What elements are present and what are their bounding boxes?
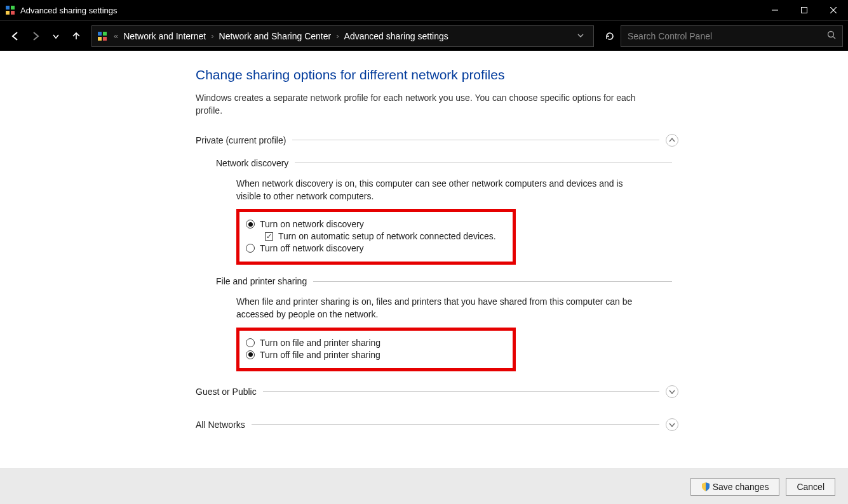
radio-label: Turn on file and printer sharing [260, 338, 380, 348]
section-guest-title: Guest or Public [196, 387, 257, 397]
minimize-button[interactable] [760, 0, 790, 20]
close-button[interactable] [819, 0, 848, 20]
back-button[interactable] [5, 26, 25, 46]
checkbox-icon: ✓ [265, 232, 273, 241]
network-discovery-title: Network discovery [216, 158, 288, 168]
breadcrumb-seg-advanced[interactable]: Advanced sharing settings [342, 30, 451, 43]
refresh-button[interactable] [599, 25, 621, 47]
up-button[interactable] [66, 26, 86, 46]
section-guest: Guest or Public [196, 385, 678, 398]
cancel-button[interactable]: Cancel [786, 478, 835, 496]
forward-button[interactable] [25, 26, 46, 46]
radio-file-printer-off[interactable]: Turn off file and printer sharing [246, 350, 506, 360]
page-title: Change sharing options for different net… [196, 67, 678, 83]
radio-label: Turn off network discovery [260, 243, 363, 253]
radio-icon [246, 244, 255, 253]
radio-icon [246, 338, 255, 347]
radio-icon [246, 220, 255, 229]
file-printer-desc: When file and printer sharing is on, fil… [236, 295, 649, 321]
radio-label: Turn off file and printer sharing [260, 350, 380, 360]
svg-line-13 [833, 37, 836, 39]
radio-label: Turn on network discovery [260, 219, 364, 229]
divider [252, 424, 659, 425]
divider [292, 140, 659, 140]
statusbar: Save changes Cancel [0, 468, 848, 504]
radio-icon [246, 350, 255, 359]
expand-guest-button[interactable] [666, 385, 678, 398]
network-discovery-options: Turn on network discovery ✓ Turn on auto… [236, 209, 516, 265]
collapse-private-button[interactable] [666, 134, 678, 147]
file-printer-options: Turn on file and printer sharing Turn of… [236, 328, 516, 371]
svg-rect-2 [6, 11, 10, 15]
shield-icon [701, 482, 710, 491]
chevron-right-icon: › [333, 31, 341, 41]
divider [313, 281, 672, 282]
button-label: Cancel [797, 482, 824, 492]
svg-rect-1 [11, 6, 15, 10]
radio-network-discovery-off[interactable]: Turn off network discovery [246, 243, 506, 253]
breadcrumb-dropdown[interactable] [573, 31, 588, 41]
chevron-right-icon: › [208, 31, 216, 41]
section-private-title: Private (current profile) [196, 135, 286, 145]
radio-file-printer-on[interactable]: Turn on file and printer sharing [246, 338, 506, 348]
svg-rect-0 [6, 6, 10, 10]
section-private: Private (current profile) [196, 134, 678, 147]
file-printer-title: File and printer sharing [216, 276, 307, 286]
svg-rect-11 [103, 37, 107, 41]
maximize-button[interactable] [790, 0, 819, 20]
breadcrumb[interactable]: « Network and Internet › Network and Sha… [91, 25, 594, 47]
svg-rect-9 [103, 32, 107, 36]
svg-rect-3 [11, 11, 15, 15]
svg-point-12 [828, 32, 834, 37]
button-label: Save changes [713, 482, 769, 492]
network-discovery-desc: When network discovery is on, this compu… [236, 177, 649, 203]
search-icon [827, 30, 836, 41]
radio-network-discovery-on[interactable]: Turn on network discovery [246, 219, 506, 229]
titlebar-title: Advanced sharing settings [20, 6, 760, 15]
breadcrumb-seg-network[interactable]: Network and Internet [121, 30, 208, 43]
checkbox-auto-setup[interactable]: ✓ Turn on automatic setup of network con… [265, 231, 506, 241]
section-all-networks: All Networks [196, 418, 678, 431]
search-input[interactable]: Search Control Panel [621, 25, 843, 47]
content-area: Change sharing options for different net… [0, 51, 848, 468]
expand-all-networks-button[interactable] [666, 418, 678, 431]
divider [295, 162, 672, 163]
checkbox-label: Turn on automatic setup of network conne… [278, 231, 496, 241]
breadcrumb-icon [97, 31, 107, 41]
svg-rect-10 [98, 37, 102, 41]
titlebar: Advanced sharing settings [0, 0, 848, 20]
divider [263, 391, 659, 392]
svg-rect-5 [802, 8, 807, 13]
breadcrumb-prefix: « [111, 31, 121, 41]
page-description: Windows creates a separate network profi… [196, 91, 653, 117]
navbar: « Network and Internet › Network and Sha… [0, 20, 848, 51]
control-panel-icon [5, 5, 15, 15]
svg-rect-8 [98, 32, 102, 36]
search-placeholder: Search Control Panel [628, 31, 827, 41]
save-changes-button[interactable]: Save changes [690, 478, 780, 496]
recent-button[interactable] [46, 26, 66, 46]
section-all-networks-title: All Networks [196, 420, 245, 430]
breadcrumb-seg-sharing-center[interactable]: Network and Sharing Center [217, 30, 334, 43]
